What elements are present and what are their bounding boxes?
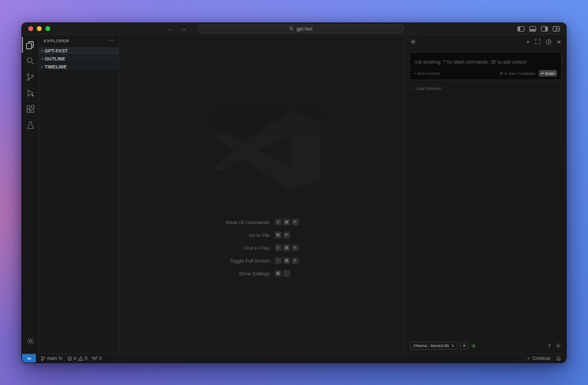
chevron-right-icon: › [41,48,43,53]
branch-name: main [47,356,57,361]
continue-logo-icon [410,38,416,45]
chat-input[interactable] [414,59,557,65]
continue-status-item[interactable]: ✓ Continue [527,356,551,361]
command-center-search[interactable]: gpt-fast [198,25,404,33]
source-control-icon [26,73,35,81]
editor-area: Show All Commands ⇧ ⌘ P Go to File ⌘ [119,35,405,353]
activity-search[interactable] [22,53,38,69]
frame-icon[interactable] [535,39,540,44]
radio-tower-icon [92,356,97,361]
warning-count: 0 [85,356,88,361]
error-count: 0 [74,356,76,361]
history-icon[interactable] [546,39,552,45]
problems-status-item[interactable]: 0 0 [67,356,87,361]
warning-icon [78,356,83,361]
section-label: GPT-FAST [45,48,68,53]
remote-icon: >< [27,356,31,361]
activity-testing[interactable] [22,117,38,133]
enter-button[interactable]: ↵ Enter [539,70,557,76]
shortcut-label: Find in Files [225,245,269,251]
desktop-background: ← → gpt-fast [0,0,588,385]
close-window-button[interactable] [28,26,33,31]
chat-input-toolbar: + Add Context ⌘ ↵ Use Codebase ↵ Enter [414,70,557,76]
keycap: ⇧ [275,219,282,226]
history-back-button[interactable]: ← [167,26,173,32]
keyboard-shortcuts-watermark: Show All Commands ⇧ ⌘ P Go to File ⌘ [119,219,405,277]
add-context-button[interactable]: + Add Context [414,71,439,76]
zoom-window-button[interactable] [45,26,50,31]
remote-indicator-button[interactable]: >< [22,354,36,363]
shortcut-label: Go to File [225,233,269,238]
sidebar-section-outline[interactable]: › OUTLINE [39,55,119,63]
new-session-icon[interactable]: + [527,39,530,45]
keycap: ⇧ [275,244,282,251]
continue-chat-panel: + ✕ + Add Context [405,35,566,353]
activity-explorer[interactable] [22,37,38,53]
updown-icon: ⇅ [451,344,454,348]
vscode-watermark-logo [207,111,325,191]
keycap: ⌘ [275,232,282,238]
add-model-button[interactable]: + [460,342,468,350]
shortcut-label: Toggle Full Screen [225,258,269,264]
model-name: Ollama - llama3:8b [413,343,449,348]
titlebar: ← → gpt-fast [22,23,566,35]
beaker-icon [26,121,35,129]
error-icon [67,356,72,361]
traffic-lights [28,26,50,31]
chat-bottom-bar: Ollama - llama3:8b ⇅ + ? [405,342,566,353]
shortcut-label: Show Settings [225,271,269,276]
model-selector[interactable]: Ollama - llama3:8b ⇅ [410,342,458,350]
keycap: ^ [275,257,282,264]
chat-settings-gear-icon[interactable] [555,343,561,349]
help-icon[interactable]: ? [548,343,551,349]
keycap: , [283,270,290,277]
explorer-sidebar: EXPLORER ⋯ › GPT-FAST › OUTLINE › TIMELI… [39,35,119,353]
keycap: P [283,232,290,238]
run-debug-icon [26,89,35,97]
toggle-secondary-sidebar-icon[interactable] [541,26,548,32]
search-icon [289,26,294,31]
chat-panel-header: + ✕ [405,35,566,49]
more-actions-icon[interactable]: ⋯ [109,38,114,43]
activity-run-debug[interactable] [22,85,38,101]
ports-count: 0 [99,356,102,361]
check-icon: ✓ [527,356,531,361]
extensions-icon [26,105,35,113]
section-label: TIMELINE [45,64,67,70]
minimize-window-button[interactable] [37,26,42,31]
status-bar: >< main ↻ 0 0 [22,353,566,363]
keycap: ⌘ [275,270,282,277]
toggle-primary-sidebar-icon[interactable] [517,26,524,32]
history-forward-button[interactable]: → [181,26,187,32]
ports-status-item[interactable]: 0 [92,356,102,361]
close-panel-icon[interactable]: ✕ [557,39,561,45]
chevron-right-icon: › [41,56,43,61]
keycap: F [292,257,299,264]
activity-source-control[interactable] [22,69,38,85]
git-branch-icon [41,356,45,361]
sidebar-title: EXPLORER [44,38,69,43]
workbench: EXPLORER ⋯ › GPT-FAST › OUTLINE › TIMELI… [22,35,566,353]
last-session-link[interactable]: ← Last Session [411,86,560,91]
chevron-right-icon: › [41,64,43,69]
shortcut-label: Show All Commands [225,220,269,225]
sidebar-section-gpt-fast[interactable]: › GPT-FAST [39,47,119,55]
sync-icon: ↻ [58,356,63,361]
chat-input-box: + Add Context ⌘ ↵ Use Codebase ↵ Enter [409,52,562,80]
use-codebase-hint: ⌘ ↵ Use Codebase [499,71,536,76]
continue-status-label: Continue [532,356,551,361]
files-icon [26,41,35,50]
keycap: P [292,219,299,226]
activity-extensions[interactable] [22,101,38,117]
keycap: ⌘ [283,257,290,264]
keycap: ⌘ [283,219,290,226]
customize-layout-icon[interactable] [553,26,560,32]
keycap: ⌘ [283,244,290,251]
activity-settings[interactable] [22,333,38,349]
sidebar-section-timeline[interactable]: › TIMELINE [39,63,119,71]
connection-status-icon[interactable] [471,343,476,349]
branch-status-item[interactable]: main ↻ [41,356,63,361]
notifications-bell-icon[interactable] [556,356,561,361]
toggle-panel-icon[interactable] [529,26,536,32]
activity-bar [22,35,39,353]
